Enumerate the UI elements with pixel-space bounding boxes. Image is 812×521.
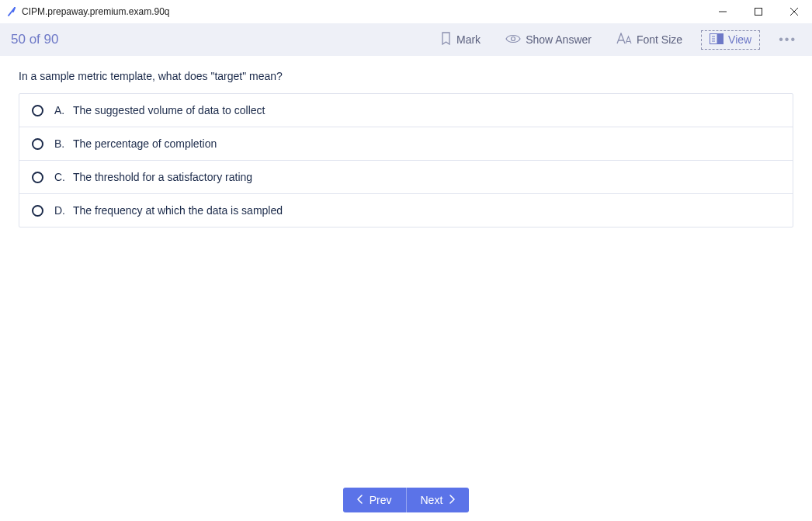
ellipsis-icon: ••• xyxy=(779,33,796,46)
eye-icon xyxy=(505,33,521,47)
window-controls xyxy=(705,0,812,23)
titlebar: CIPM.prepaway.premium.exam.90q xyxy=(0,0,812,23)
view-button[interactable]: View xyxy=(701,30,760,50)
option-letter: B. xyxy=(54,137,65,150)
svg-rect-1 xyxy=(755,9,762,16)
next-label: Next xyxy=(421,494,443,506)
view-label: View xyxy=(728,33,751,46)
progress-indicator: 50 of 90 xyxy=(11,32,58,47)
mark-label: Mark xyxy=(456,33,481,46)
maximize-button[interactable] xyxy=(741,0,776,23)
app-logo-icon xyxy=(6,6,17,17)
radio-icon xyxy=(32,172,43,183)
font-size-icon xyxy=(616,33,632,47)
radio-icon xyxy=(32,138,43,150)
font-size-label: Font Size xyxy=(637,33,682,46)
option-letter: A. xyxy=(54,104,65,116)
layout-icon xyxy=(710,33,724,47)
option-text: The threshold for a satisfactory rating xyxy=(73,171,252,183)
option-a[interactable]: A. The suggested volume of data to colle… xyxy=(19,94,793,127)
svg-point-4 xyxy=(512,36,515,40)
content-area: In a sample metric template, what does "… xyxy=(0,56,812,478)
toolbar: 50 of 90 Mark Show Answer Font Size View… xyxy=(0,23,812,56)
show-answer-label: Show Answer xyxy=(526,33,592,46)
chevron-left-icon xyxy=(357,494,363,506)
window-title: CIPM.prepaway.premium.exam.90q xyxy=(22,6,170,17)
radio-icon xyxy=(32,205,43,217)
footer: Prev Next xyxy=(0,478,812,521)
radio-icon xyxy=(32,105,43,116)
option-letter: C. xyxy=(54,171,65,183)
show-answer-button[interactable]: Show Answer xyxy=(499,30,598,50)
option-text: The suggested volume of data to collect xyxy=(73,104,265,116)
option-c[interactable]: C. The threshold for a satisfactory rati… xyxy=(19,160,793,193)
more-button[interactable]: ••• xyxy=(774,30,801,50)
option-text: The percentage of completion xyxy=(73,137,217,150)
chevron-right-icon xyxy=(449,494,455,506)
minimize-button[interactable] xyxy=(705,0,741,23)
svg-rect-6 xyxy=(717,33,724,43)
prev-label: Prev xyxy=(370,494,392,506)
options-list: A. The suggested volume of data to colle… xyxy=(19,93,793,228)
option-b[interactable]: B. The percentage of completion xyxy=(19,127,793,160)
option-d[interactable]: D. The frequency at which the data is sa… xyxy=(19,193,793,227)
nav-button-group: Prev Next xyxy=(343,488,470,512)
font-size-button[interactable]: Font Size xyxy=(610,30,689,50)
option-letter: D. xyxy=(54,204,65,217)
mark-button[interactable]: Mark xyxy=(434,29,487,50)
bookmark-icon xyxy=(440,32,452,47)
close-button[interactable] xyxy=(776,0,812,23)
prev-button[interactable]: Prev xyxy=(343,488,407,512)
next-button[interactable]: Next xyxy=(407,488,470,512)
option-text: The frequency at which the data is sampl… xyxy=(73,204,283,217)
question-text: In a sample metric template, what does "… xyxy=(19,70,793,82)
